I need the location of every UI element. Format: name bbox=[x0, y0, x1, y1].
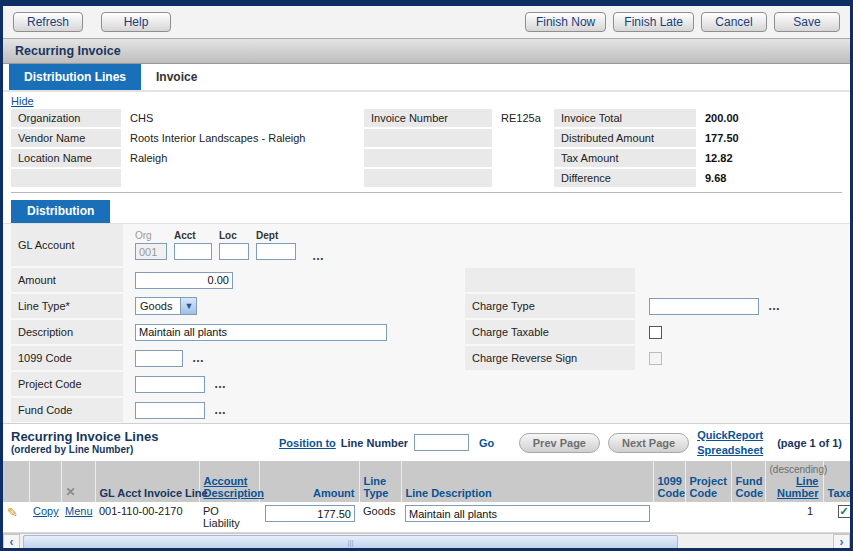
charge-type-label: Charge Type bbox=[465, 294, 635, 318]
acct-input[interactable] bbox=[174, 243, 212, 260]
line-number-header[interactable]: (descending) Line Number bbox=[765, 461, 823, 502]
organization-value: CHS bbox=[121, 112, 364, 124]
line-description-header: Line Description bbox=[401, 461, 653, 502]
charge-type-row: Charge Type … bbox=[465, 294, 781, 318]
taxable-cell: ✓ bbox=[823, 502, 853, 533]
gl-acct-cell: 001-110-00-2170 bbox=[95, 502, 199, 533]
summary-row-invoice-number: Invoice Number RE125a bbox=[364, 109, 554, 127]
copy-link[interactable]: Copy bbox=[33, 505, 59, 517]
summary-row-organization: Organization CHS bbox=[11, 109, 364, 127]
summary-row-distributed-amount: Distributed Amount 177.50 bbox=[554, 129, 826, 147]
gl-account-label: GL Account bbox=[11, 224, 123, 266]
project-code-cell bbox=[685, 502, 731, 533]
project-code-header: Project Code bbox=[685, 461, 731, 502]
charge-taxable-row: Charge Taxable bbox=[465, 320, 781, 344]
charge-column: Charge Type … Charge Taxable Charge Reve… bbox=[465, 268, 781, 372]
next-page-button[interactable]: Next Page bbox=[608, 433, 689, 453]
finish-now-button[interactable]: Finish Now bbox=[525, 12, 606, 32]
scrollbar-track[interactable] bbox=[678, 534, 833, 550]
menu-link[interactable]: Menu bbox=[65, 505, 93, 517]
tax-amount-label: Tax Amount bbox=[554, 149, 696, 167]
summary-row-tax-amount: Tax Amount 12.82 bbox=[554, 149, 826, 167]
amount-input[interactable] bbox=[135, 272, 233, 289]
line-type-label: Line Type* bbox=[11, 294, 123, 318]
quickreport-link[interactable]: QuickReport bbox=[697, 428, 763, 443]
invoice-lines-table: ✕ GL Acct Invoice Line Account Descripti… bbox=[3, 461, 853, 533]
go-button[interactable]: Go bbox=[479, 437, 494, 449]
summary-left-group: Organization CHS Vendor Name Roots Inter… bbox=[11, 109, 364, 189]
invoice-number-label: Invoice Number bbox=[364, 109, 492, 127]
charge-type-input[interactable] bbox=[649, 298, 759, 315]
help-button[interactable]: Help bbox=[101, 12, 171, 32]
org-label: Org bbox=[135, 230, 167, 241]
fund-code-lookup-ellipsis-icon[interactable]: … bbox=[214, 403, 227, 417]
scroll-right-arrow-icon[interactable]: › bbox=[833, 534, 850, 550]
summary-row-vendor-name: Vendor Name Roots Interior Landscapes - … bbox=[11, 129, 364, 147]
edit-column-header bbox=[3, 461, 29, 502]
close-icon[interactable]: ✕ bbox=[66, 485, 76, 499]
scrollbar-thumb[interactable]: ||| bbox=[23, 535, 678, 549]
line-description-cell bbox=[401, 502, 653, 533]
gl-org-group: Org bbox=[135, 230, 167, 260]
dept-input[interactable] bbox=[256, 243, 296, 260]
account-description-cell: PO Liability bbox=[199, 502, 259, 533]
description-input[interactable] bbox=[135, 324, 387, 341]
line-type-select[interactable]: Goods ▼ bbox=[135, 297, 197, 315]
fund-code-label: Fund Code bbox=[11, 398, 123, 422]
gl-acct-invoice-line-header: GL Acct Invoice Line bbox=[95, 461, 199, 502]
distribution-section-tab[interactable]: Distribution bbox=[11, 200, 110, 223]
save-button[interactable]: Save bbox=[774, 12, 840, 32]
charge-reverse-sign-checkbox bbox=[649, 352, 662, 365]
spreadsheet-link[interactable]: Spreadsheet bbox=[697, 443, 763, 458]
row-line-description-input[interactable] bbox=[405, 505, 650, 522]
hide-link[interactable]: Hide bbox=[11, 95, 34, 107]
summary-right-group: Invoice Total 200.00 Distributed Amount … bbox=[554, 109, 826, 189]
distribution-section-header: Distribution bbox=[3, 197, 850, 223]
invoice-total-value: 200.00 bbox=[696, 112, 826, 124]
charge-taxable-checkbox[interactable] bbox=[649, 326, 662, 339]
amount-header: Amount bbox=[259, 461, 359, 502]
fund-code-row: Fund Code … bbox=[11, 398, 850, 422]
pencil-icon[interactable]: ✎ bbox=[7, 505, 18, 520]
refresh-button[interactable]: Refresh bbox=[13, 12, 83, 32]
charge-type-lookup-ellipsis-icon[interactable]: … bbox=[768, 299, 781, 313]
cancel-button[interactable]: Cancel bbox=[701, 12, 767, 32]
code-1099-input[interactable] bbox=[135, 350, 183, 367]
chevron-down-icon: ▼ bbox=[180, 298, 196, 314]
position-to-link[interactable]: Position to bbox=[279, 437, 336, 449]
vendor-name-value: Roots Interior Landscapes - Raleigh bbox=[121, 132, 364, 144]
code-1099-label: 1099 Code bbox=[11, 346, 123, 370]
fund-code-input[interactable] bbox=[135, 402, 205, 419]
row-taxable-checkbox[interactable]: ✓ bbox=[838, 505, 851, 518]
account-description-header[interactable]: Account Description bbox=[199, 461, 259, 502]
charge-reverse-sign-label: Charge Reverse Sign bbox=[465, 346, 635, 370]
summary-row-invoice-total: Invoice Total 200.00 bbox=[554, 109, 826, 127]
tab-distribution-lines[interactable]: Distribution Lines bbox=[9, 64, 141, 90]
invoice-summary-panel: Hide Organization CHS Vendor Name Roots … bbox=[3, 92, 850, 197]
code-1099-lookup-ellipsis-icon[interactable]: … bbox=[192, 351, 205, 365]
gl-account-lookup-ellipsis-icon[interactable]: … bbox=[312, 249, 325, 263]
tab-invoice[interactable]: Invoice bbox=[141, 64, 212, 90]
page-info: (page 1 of 1) bbox=[777, 437, 842, 449]
taxable-header: Taxable bbox=[823, 461, 853, 502]
prev-page-button[interactable]: Prev Page bbox=[519, 433, 600, 453]
org-input bbox=[135, 243, 167, 260]
summary-row-empty bbox=[11, 169, 364, 187]
tab-strip: Distribution Lines Invoice bbox=[3, 64, 850, 92]
scroll-left-arrow-icon[interactable]: ‹ bbox=[3, 534, 20, 550]
line-type-selected-value: Goods bbox=[136, 300, 180, 312]
position-line-number-input[interactable] bbox=[414, 434, 469, 451]
finish-late-button[interactable]: Finish Late bbox=[613, 12, 694, 32]
project-code-lookup-ellipsis-icon[interactable]: … bbox=[214, 377, 227, 391]
location-name-value: Raleigh bbox=[121, 152, 364, 164]
row-amount-input[interactable] bbox=[265, 505, 355, 522]
recurring-invoice-lines-bar: Recurring Invoice Lines (ordered by Line… bbox=[3, 423, 850, 461]
project-code-input[interactable] bbox=[135, 376, 205, 393]
summary-row-empty bbox=[364, 169, 554, 187]
copy-column-header bbox=[29, 461, 61, 502]
position-line-number-label: Line Number bbox=[341, 437, 408, 449]
lines-title-block: Recurring Invoice Lines (ordered by Line… bbox=[11, 430, 279, 456]
line-type-header: Line Type bbox=[359, 461, 401, 502]
difference-label: Difference bbox=[554, 169, 696, 187]
loc-input[interactable] bbox=[219, 243, 249, 260]
